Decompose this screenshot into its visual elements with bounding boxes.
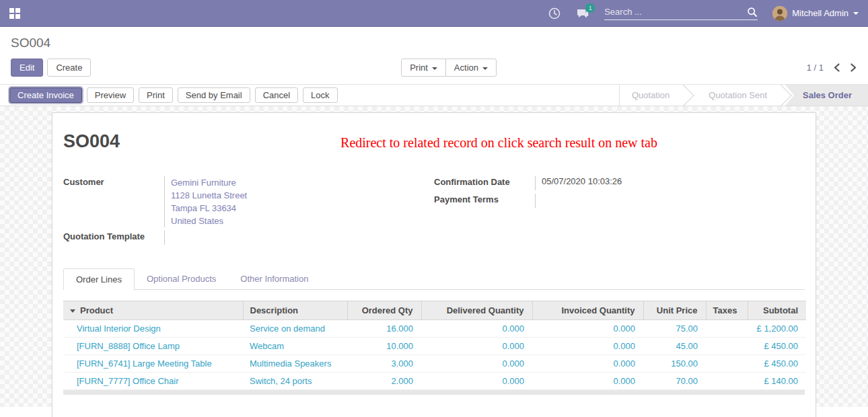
col-description[interactable]: Description bbox=[243, 301, 347, 320]
col-delivered-quantity[interactable]: Delivered Quantity bbox=[421, 301, 532, 320]
print-button[interactable]: Print bbox=[139, 87, 173, 103]
chevron-down-icon bbox=[482, 67, 488, 70]
cell-invoiced-qty[interactable]: 0.000 bbox=[532, 373, 643, 390]
preview-button[interactable]: Preview bbox=[87, 87, 134, 103]
field-groups: Customer Gemini Furniture 1128 Lunetta S… bbox=[63, 176, 805, 248]
action-dropdown-label: Action bbox=[454, 63, 478, 73]
red-annotation-text: Redirect to related record on click sear… bbox=[340, 135, 657, 151]
quotation-template-label: Quotation Template bbox=[63, 231, 164, 245]
order-lines-table: Product Description Ordered Qty Delivere… bbox=[63, 301, 806, 390]
tab-optional-products[interactable]: Optional Products bbox=[135, 268, 228, 289]
payment-terms-value[interactable] bbox=[535, 194, 799, 208]
order-line-row[interactable]: [FURN_6741] Large Meeting Table Multimed… bbox=[63, 355, 806, 373]
cell-product[interactable]: [FURN_7777] Office Chair bbox=[63, 373, 243, 390]
customer-label: Customer bbox=[63, 176, 164, 227]
col-subtotal[interactable]: Subtotal bbox=[748, 301, 806, 320]
stage-quotation-sent[interactable]: Quotation Sent bbox=[696, 85, 779, 106]
user-menu[interactable]: Mitchell Admin bbox=[772, 6, 859, 21]
cell-delivered-qty[interactable]: 0.000 bbox=[421, 373, 532, 390]
pager-counter: 1 / 1 bbox=[807, 63, 824, 73]
col-unit-price[interactable]: Unit Price bbox=[643, 301, 706, 320]
cell-subtotal[interactable]: £ 140.00 bbox=[748, 373, 806, 390]
print-dropdown-label: Print bbox=[410, 63, 428, 73]
cell-delivered-qty[interactable]: 0.000 bbox=[421, 355, 532, 373]
column-toggle-icon[interactable] bbox=[70, 309, 75, 313]
cell-product[interactable]: Virtual Interior Design bbox=[63, 320, 243, 338]
order-line-row[interactable]: Virtual Interior Design Service on deman… bbox=[63, 320, 806, 338]
cell-taxes[interactable] bbox=[706, 373, 748, 390]
cell-unit-price[interactable]: 75.00 bbox=[643, 320, 706, 338]
cell-unit-price[interactable]: 70.00 bbox=[643, 373, 706, 390]
user-name: Mitchell Admin bbox=[792, 8, 848, 18]
user-menu-caret-icon bbox=[853, 12, 859, 15]
cell-invoiced-qty[interactable]: 0.000 bbox=[532, 355, 643, 373]
cell-invoiced-qty[interactable]: 0.000 bbox=[532, 320, 643, 338]
lock-button[interactable]: Lock bbox=[303, 87, 337, 103]
quotation-template-value[interactable] bbox=[164, 231, 429, 245]
confirmation-date-value: 05/07/2020 10:03:26 bbox=[535, 176, 799, 190]
cell-ordered-qty[interactable]: 3.000 bbox=[347, 355, 421, 373]
create-invoice-button[interactable]: Create Invoice bbox=[9, 87, 82, 103]
notebook-tabs: Order Lines Optional Products Other Info… bbox=[63, 268, 805, 290]
customer-city: Tampa FL 33634 bbox=[171, 202, 429, 215]
pager-next-icon[interactable] bbox=[850, 63, 857, 72]
cell-subtotal[interactable]: £ 1,200.00 bbox=[748, 320, 806, 338]
cell-taxes[interactable] bbox=[706, 355, 748, 373]
cell-delivered-qty[interactable]: 0.000 bbox=[421, 338, 532, 355]
tab-order-lines[interactable]: Order Lines bbox=[63, 268, 135, 290]
cell-ordered-qty[interactable]: 10.000 bbox=[347, 338, 421, 355]
statusbar: Create Invoice Preview Print Send by Ema… bbox=[0, 84, 868, 106]
order-line-row[interactable]: [FURN_8888] Office Lamp Webcam 10.000 0.… bbox=[63, 338, 806, 355]
cell-taxes[interactable] bbox=[706, 338, 748, 355]
messages-icon[interactable]: 1 bbox=[576, 7, 589, 20]
apps-menu-icon[interactable] bbox=[9, 8, 20, 19]
action-dropdown[interactable]: Action bbox=[445, 59, 497, 77]
customer-value[interactable]: Gemini Furniture 1128 Lunetta Street Tam… bbox=[164, 176, 429, 227]
cell-invoiced-qty[interactable]: 0.000 bbox=[532, 338, 643, 355]
cancel-button[interactable]: Cancel bbox=[255, 87, 298, 103]
col-taxes[interactable]: Taxes bbox=[706, 301, 748, 320]
record-title: SO004 bbox=[63, 131, 120, 152]
col-ordered-qty[interactable]: Ordered Qty bbox=[347, 301, 421, 320]
chevron-down-icon bbox=[432, 67, 437, 70]
create-button[interactable]: Create bbox=[47, 59, 91, 77]
tab-other-information[interactable]: Other Information bbox=[228, 268, 320, 289]
pager-previous-icon[interactable] bbox=[833, 63, 840, 72]
table-footer-strip bbox=[63, 390, 805, 395]
customer-name[interactable]: Gemini Furniture bbox=[171, 176, 429, 189]
search-input[interactable] bbox=[604, 7, 747, 17]
search-icon[interactable] bbox=[747, 7, 758, 17]
cell-ordered-qty[interactable]: 16.000 bbox=[347, 320, 421, 338]
cell-product[interactable]: [FURN_6741] Large Meeting Table bbox=[63, 355, 243, 373]
cell-description[interactable]: Switch, 24 ports bbox=[243, 373, 347, 390]
cell-subtotal[interactable]: £ 450.00 bbox=[748, 338, 806, 355]
edit-button[interactable]: Edit bbox=[11, 59, 43, 77]
send-by-email-button[interactable]: Send by Email bbox=[178, 87, 250, 103]
message-count-badge: 1 bbox=[585, 3, 595, 13]
cell-description[interactable]: Multimedia Speakers bbox=[243, 355, 347, 373]
payment-terms-label: Payment Terms bbox=[434, 194, 535, 208]
form-view-background: SO004 Redirect to related record on clic… bbox=[0, 106, 868, 407]
cell-unit-price[interactable]: 150.00 bbox=[643, 355, 706, 373]
cell-description[interactable]: Service on demand bbox=[243, 320, 347, 338]
cell-delivered-qty[interactable]: 0.000 bbox=[421, 320, 532, 338]
col-invoiced-quantity[interactable]: Invoiced Quantity bbox=[532, 301, 643, 320]
activities-clock-icon[interactable] bbox=[548, 7, 561, 20]
print-dropdown[interactable]: Print bbox=[401, 59, 446, 77]
top-navbar: 1 Mitchell Admin bbox=[0, 0, 868, 27]
customer-country: United States bbox=[171, 215, 429, 227]
table-header-row: Product Description Ordered Qty Delivere… bbox=[63, 301, 806, 320]
cell-subtotal[interactable]: £ 450.00 bbox=[748, 355, 806, 373]
stage-sales-order[interactable]: Sales Order bbox=[785, 85, 868, 106]
breadcrumb: SO004 bbox=[11, 36, 857, 50]
cell-product[interactable]: [FURN_8888] Office Lamp bbox=[63, 338, 243, 355]
order-line-row[interactable]: [FURN_7777] Office Chair Switch, 24 port… bbox=[63, 373, 806, 390]
user-avatar bbox=[772, 6, 787, 21]
cell-taxes[interactable] bbox=[706, 320, 748, 338]
cell-description[interactable]: Webcam bbox=[243, 338, 347, 355]
cell-unit-price[interactable]: 45.00 bbox=[643, 338, 706, 355]
cell-ordered-qty[interactable]: 2.000 bbox=[347, 373, 421, 390]
col-product[interactable]: Product bbox=[80, 305, 113, 315]
stage-quotation[interactable]: Quotation bbox=[620, 85, 682, 106]
control-panel: SO004 Edit Create Print Action 1 / 1 bbox=[0, 27, 868, 84]
